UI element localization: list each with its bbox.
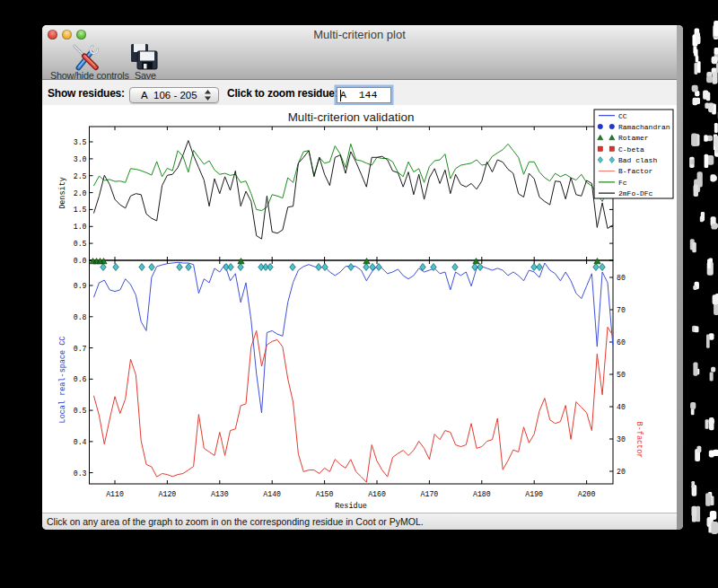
svg-text:A190: A190 (525, 490, 543, 498)
svg-text:A180: A180 (473, 490, 491, 498)
svg-text:50: 50 (617, 371, 626, 379)
svg-text:2.5: 2.5 (74, 172, 87, 180)
svg-text:A200: A200 (578, 490, 596, 498)
svg-text:A170: A170 (421, 490, 439, 498)
svg-text:A160: A160 (368, 490, 386, 498)
svg-text:Multi-criterion validation: Multi-criterion validation (288, 110, 415, 124)
svg-text:Local real-space CC: Local real-space CC (58, 337, 67, 424)
svg-text:3.0: 3.0 (74, 155, 87, 163)
svg-text:20: 20 (617, 468, 626, 476)
svg-text:70: 70 (617, 306, 626, 314)
svg-text:2.0: 2.0 (74, 189, 87, 197)
svg-text:Ramachandran: Ramachandran (618, 123, 670, 131)
svg-text:A140: A140 (263, 490, 281, 498)
svg-text:A150: A150 (316, 490, 334, 498)
svg-text:2mFo-DFc: 2mFo-DFc (618, 189, 653, 197)
svg-text:0.6: 0.6 (74, 375, 87, 383)
svg-text:Residue: Residue (335, 502, 367, 511)
svg-text:80: 80 (617, 274, 626, 282)
svg-text:Bad clash: Bad clash (618, 156, 657, 164)
svg-text:0.3: 0.3 (74, 470, 87, 478)
svg-text:0.4: 0.4 (74, 438, 87, 446)
svg-text:60: 60 (617, 338, 626, 347)
svg-text:3.5: 3.5 (74, 138, 87, 146)
svg-text:Rotamer: Rotamer (618, 134, 649, 142)
svg-text:30: 30 (617, 435, 626, 443)
svg-text:40: 40 (617, 403, 626, 411)
svg-text:Density: Density (58, 177, 67, 209)
svg-text:B-factor: B-factor (618, 167, 653, 175)
svg-text:B-factor: B-factor (635, 422, 644, 459)
svg-text:CC: CC (618, 112, 627, 120)
svg-text:0.5: 0.5 (74, 240, 87, 248)
svg-text:0.8: 0.8 (74, 313, 87, 321)
svg-text:A130: A130 (211, 490, 229, 498)
svg-text:Fc: Fc (618, 179, 627, 187)
svg-text:0.5: 0.5 (74, 407, 87, 415)
svg-text:1.5: 1.5 (74, 206, 87, 214)
svg-text:C-beta: C-beta (618, 145, 644, 154)
svg-text:A120: A120 (159, 490, 177, 498)
svg-text:1.0: 1.0 (74, 223, 87, 231)
svg-text:0.9: 0.9 (74, 282, 87, 290)
svg-text:0.0: 0.0 (74, 257, 87, 265)
svg-text:A110: A110 (106, 490, 124, 498)
svg-text:0.7: 0.7 (74, 345, 87, 353)
